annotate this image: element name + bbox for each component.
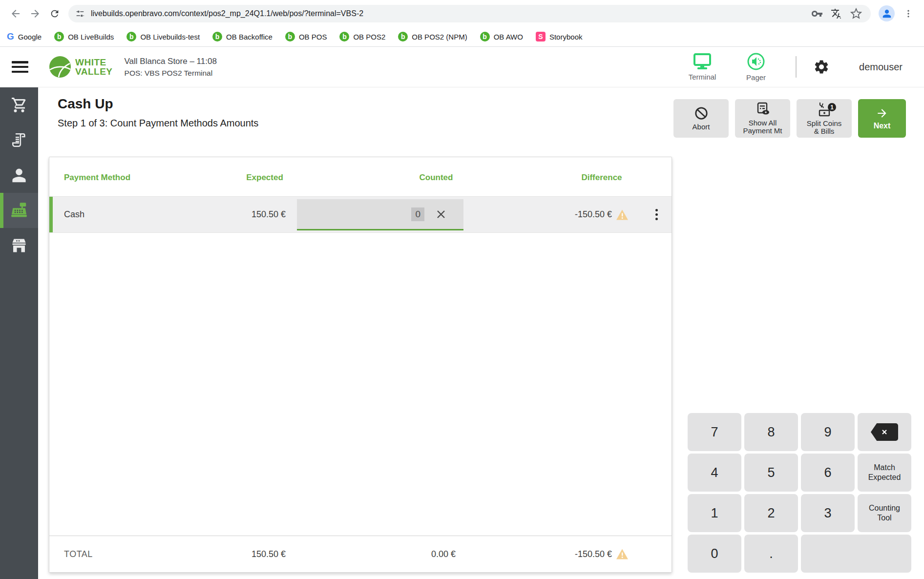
- password-key-icon[interactable]: [811, 8, 823, 20]
- storybook-favicon: S: [536, 32, 546, 41]
- kebab-menu-icon: [903, 9, 913, 19]
- screen: livebuilds.openbravo.com/context/pos2_mp…: [0, 0, 924, 579]
- pager-button[interactable]: Pager: [729, 53, 783, 82]
- next-button[interactable]: Next: [858, 99, 906, 138]
- bookmark-label: OB AWO: [494, 33, 523, 41]
- bookmark-label: OB Backoffice: [226, 33, 273, 41]
- column-header-counted: Counted: [387, 173, 485, 183]
- abort-button[interactable]: Abort: [673, 99, 729, 138]
- split-coins-bills-button[interactable]: 1 Split Coins& Bills: [797, 99, 852, 138]
- table-row-cash[interactable]: Cash 150.50 € 0 -150.50 €: [49, 196, 672, 233]
- bookmark-ob-pos2-npm[interactable]: bOB POS2 (NPM): [398, 32, 467, 41]
- translate-icon[interactable]: [831, 8, 842, 20]
- abort-icon: [694, 106, 709, 121]
- numpad: 7 8 9 4 5 6 MatchExpected 1 2 3 Counting…: [688, 413, 911, 573]
- pager-speaker-icon: [747, 53, 765, 70]
- bookmark-ob-livebuilds[interactable]: bOB LiveBuilds: [54, 32, 114, 41]
- bookmark-label: OB POS2 (NPM): [412, 33, 467, 41]
- back-button[interactable]: [7, 5, 24, 22]
- bookmark-star-icon[interactable]: [850, 8, 862, 20]
- url-text[interactable]: livebuilds.openbravo.com/context/pos2_mp…: [91, 9, 363, 18]
- browser-chrome: livebuilds.openbravo.com/context/pos2_mp…: [0, 0, 924, 47]
- difference-warning-icon: [616, 209, 629, 220]
- hamburger-menu-button[interactable]: [12, 61, 28, 73]
- pos-app: WHITE VALLEY Vall Blanca Store – 11:08 P…: [0, 47, 924, 579]
- sidebar: [0, 87, 38, 579]
- show-all-payment-methods-button[interactable]: Show AllPayment Mt: [735, 99, 790, 138]
- bookmark-label: OB LiveBuilds: [68, 33, 114, 41]
- total-label: TOTAL: [64, 536, 93, 572]
- user-icon: [11, 167, 27, 184]
- bookmark-ob-backoffice[interactable]: bOB Backoffice: [212, 32, 273, 41]
- numpad-blank-key[interactable]: [801, 535, 911, 573]
- bookmark-label: OB POS2: [353, 33, 385, 41]
- total-counted: 0.00 €: [361, 536, 456, 572]
- difference-amount: -150.50 €: [513, 197, 612, 232]
- bookmark-google[interactable]: GGoogle: [7, 31, 42, 42]
- app-header: WHITE VALLEY Vall Blanca Store – 11:08 P…: [0, 47, 924, 87]
- numpad-key-5[interactable]: 5: [744, 454, 798, 492]
- numpad-decimal-key[interactable]: .: [744, 535, 798, 573]
- counting-tool-key[interactable]: CountingTool: [858, 494, 911, 532]
- numpad-key-3[interactable]: 3: [801, 494, 855, 532]
- column-header-difference: Difference: [553, 173, 651, 183]
- settings-button[interactable]: [813, 59, 830, 75]
- openbravo-favicon: b: [126, 32, 136, 41]
- openbravo-favicon: b: [480, 32, 490, 41]
- forward-button[interactable]: [27, 5, 43, 22]
- address-bar[interactable]: livebuilds.openbravo.com/context/pos2_mp…: [68, 5, 871, 22]
- sidebar-item-customers[interactable]: [0, 158, 38, 193]
- table-total-row: TOTAL 150.50 € 0.00 € -150.50 €: [49, 536, 672, 572]
- sidebar-item-store[interactable]: [0, 228, 38, 263]
- bookmark-ob-pos2[interactable]: bOB POS2: [339, 32, 385, 41]
- terminal-name: POS: VBS POS2 Terminal: [125, 69, 217, 78]
- numpad-backspace-key[interactable]: [858, 413, 911, 451]
- bookmark-ob-awo[interactable]: bOB AWO: [480, 32, 523, 41]
- google-favicon: G: [7, 31, 14, 42]
- brand-logo: WHITE VALLEY: [49, 56, 113, 78]
- numpad-key-9[interactable]: 9: [801, 413, 855, 451]
- store-name-time: Vall Blanca Store – 11:08: [125, 57, 217, 66]
- brand-name: WHITE VALLEY: [75, 58, 113, 76]
- person-icon: [882, 8, 892, 19]
- bookmark-storybook[interactable]: SStorybook: [536, 32, 583, 41]
- current-user[interactable]: demouser: [859, 62, 903, 73]
- refresh-button[interactable]: [46, 5, 63, 22]
- receipt-icon: [11, 132, 27, 148]
- sidebar-item-sales[interactable]: [0, 87, 38, 123]
- profile-avatar[interactable]: [879, 5, 895, 21]
- chrome-menu-button[interactable]: [900, 5, 917, 22]
- cash-register-icon: [10, 201, 28, 220]
- row-menu-button[interactable]: [649, 207, 664, 223]
- sidebar-item-tickets[interactable]: [0, 123, 38, 158]
- bookmark-ob-pos[interactable]: bOB POS: [285, 32, 327, 41]
- numpad-key-0[interactable]: 0: [688, 535, 741, 573]
- pager-label: Pager: [746, 73, 766, 82]
- numpad-key-7[interactable]: 7: [688, 413, 741, 451]
- numpad-key-2[interactable]: 2: [744, 494, 798, 532]
- abort-label: Abort: [693, 123, 710, 131]
- site-settings-icon[interactable]: [75, 9, 85, 19]
- bookmarks-bar: GGoogle bOB LiveBuilds bOB Livebuilds-te…: [0, 27, 924, 46]
- numpad-key-6[interactable]: 6: [801, 454, 855, 492]
- numpad-key-8[interactable]: 8: [744, 413, 798, 451]
- white-valley-logo-icon: [49, 56, 71, 78]
- counted-amount-input[interactable]: 0: [297, 199, 463, 230]
- total-warning-icon: [616, 549, 629, 560]
- next-label: Next: [874, 122, 891, 130]
- split-badge: 1: [828, 103, 836, 111]
- numpad-key-4[interactable]: 4: [688, 454, 741, 492]
- sidebar-item-cash-management[interactable]: [0, 193, 38, 228]
- store-icon: [10, 237, 28, 254]
- store-info: Vall Blanca Store – 11:08 POS: VBS POS2 …: [125, 57, 217, 78]
- numpad-key-1[interactable]: 1: [688, 494, 741, 532]
- clear-input-button[interactable]: [435, 208, 447, 220]
- table-header-row: Payment Method Expected Counted Differen…: [49, 157, 672, 196]
- gear-icon: [813, 59, 830, 75]
- column-header-payment-method: Payment Method: [64, 173, 130, 183]
- terminal-button[interactable]: Terminal: [675, 53, 729, 81]
- total-difference: -150.50 €: [513, 536, 612, 572]
- match-expected-key[interactable]: MatchExpected: [858, 454, 911, 492]
- cashup-table-card: Payment Method Expected Counted Differen…: [49, 157, 672, 573]
- bookmark-ob-livebuilds-test[interactable]: bOB Livebuilds-test: [126, 32, 200, 41]
